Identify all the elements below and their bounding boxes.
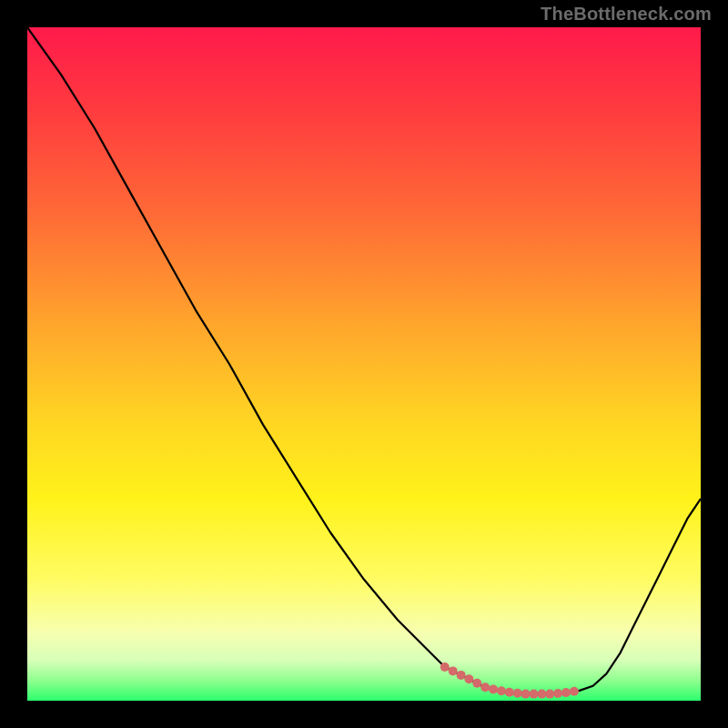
svg-point-2 — [457, 671, 466, 680]
svg-point-5 — [480, 682, 490, 692]
svg-point-0 — [440, 662, 450, 672]
svg-point-3 — [464, 674, 473, 683]
svg-point-11 — [530, 690, 539, 699]
svg-point-1 — [449, 666, 458, 675]
svg-point-6 — [489, 684, 498, 693]
svg-point-7 — [497, 686, 506, 695]
svg-point-10 — [521, 690, 531, 699]
bottleneck-curve — [27, 27, 701, 694]
svg-point-13 — [545, 690, 554, 699]
svg-point-9 — [513, 689, 522, 698]
highlight-dots — [440, 662, 579, 699]
svg-point-8 — [505, 688, 514, 697]
watermark-text: TheBottleneck.com — [541, 4, 712, 25]
svg-point-4 — [472, 679, 481, 688]
svg-point-16 — [570, 687, 579, 696]
plot-area — [27, 27, 701, 701]
chart-overlay — [27, 27, 701, 701]
svg-point-15 — [561, 688, 571, 697]
svg-point-12 — [537, 690, 546, 699]
canvas-frame: TheBottleneck.com — [0, 0, 728, 728]
svg-point-14 — [553, 689, 562, 698]
